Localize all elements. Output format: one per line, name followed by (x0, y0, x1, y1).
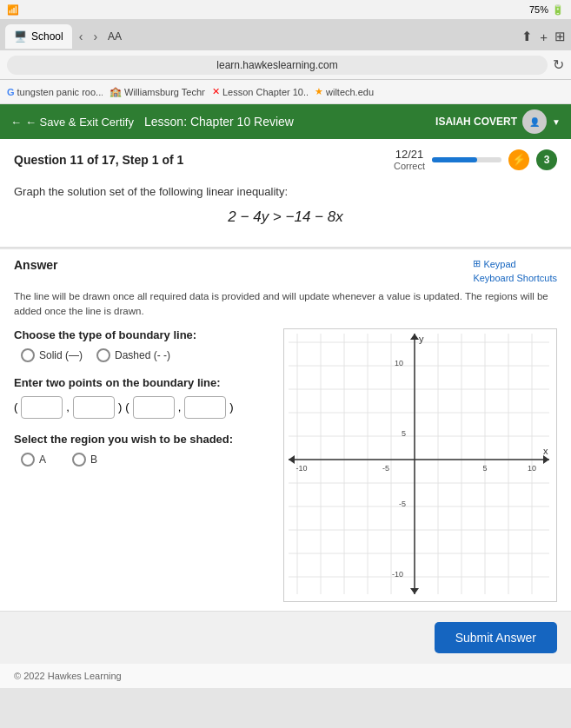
y-label-neg10: -10 (392, 570, 403, 579)
bookmark-2-icon: 🏫 (110, 86, 122, 97)
user-dropdown-arrow[interactable]: ▼ (552, 117, 561, 127)
bookmark-2-label: Williamsburg Techn... (124, 87, 205, 97)
solid-radio[interactable] (21, 348, 35, 362)
save-exit-label: ← Save & Exit Certify (25, 116, 134, 129)
dashed-radio[interactable] (96, 348, 110, 362)
bookmark-4[interactable]: ★ wiltech.edu (315, 86, 374, 97)
graph-container: x y -5 -10 5 10 10 5 -5 -10 (283, 328, 557, 602)
shading-label: Select the region you wish to be shaded: (14, 433, 275, 446)
option-b-radio[interactable] (72, 453, 86, 467)
score-text: 12/21 Correct (394, 148, 425, 171)
tab-forward-button[interactable]: › (90, 28, 101, 45)
option-a[interactable]: A (21, 453, 46, 467)
bookmark-4-label: wiltech.edu (326, 87, 374, 97)
dashed-label: Dashed (- -) (115, 349, 170, 361)
y-label-10: 10 (395, 359, 403, 367)
dashed-option[interactable]: Dashed (- -) (96, 348, 170, 362)
tabs-grid-icon[interactable]: ⊞ (554, 29, 566, 44)
x-label-5: 5 (482, 464, 487, 473)
bookmark-1[interactable]: G tungsten panic roo... (7, 87, 103, 97)
active-tab[interactable]: 🖥️ School (5, 24, 72, 49)
question-text: Graph the solution set of the following … (14, 185, 557, 198)
point1-y-input[interactable] (73, 396, 115, 419)
answer-label: Answer (14, 258, 58, 272)
coin-icon: ⚡ (508, 149, 529, 170)
status-bar: 📶 75% 🔋 (0, 0, 571, 19)
status-left: 📶 (7, 4, 19, 16)
wifi-icon: 📶 (7, 4, 19, 16)
question-body: Graph the solution set of the following … (0, 176, 571, 248)
open-paren-2: ( (125, 400, 129, 414)
svg-rect-0 (284, 329, 554, 599)
tab-back-button[interactable]: ‹ (76, 28, 87, 45)
share-icon[interactable]: ⬆ (521, 29, 533, 44)
answer-section: Answer ⊞ Keypad Keyboard Shortcuts The l… (0, 249, 571, 611)
score-area: 12/21 Correct ⚡ 3 (394, 148, 557, 171)
bookmark-4-icon: ★ (315, 86, 323, 97)
tab-bar: 🖥️ School ‹ › AA ⬆ + ⊞ (0, 19, 571, 50)
back-icon: ← (10, 116, 22, 129)
tab-favicon: 🖥️ (14, 30, 27, 43)
badge-number: 3 (536, 149, 557, 170)
submit-button[interactable]: Submit Answer (435, 622, 557, 653)
shading-row: A B (21, 453, 275, 467)
comma-1: , (66, 400, 70, 414)
tab-title: School (31, 30, 63, 43)
progress-bar-fill (432, 157, 477, 162)
boundary-label: Choose the type of boundary line: (14, 328, 275, 341)
reload-button[interactable]: ↻ (553, 56, 564, 73)
bookmarks-bar: G tungsten panic roo... 🏫 Williamsburg T… (0, 80, 571, 104)
coordinate-graph: x y -5 -10 5 10 10 5 -5 -10 (284, 329, 554, 599)
x-label-neg5: -5 (382, 464, 389, 473)
option-b[interactable]: B (72, 453, 97, 467)
x-label-neg10: -10 (295, 464, 307, 473)
answer-header: Answer ⊞ Keypad Keyboard Shortcuts (14, 258, 557, 284)
answer-left: Choose the type of boundary line: Solid … (14, 328, 275, 602)
battery-text: 75% (529, 4, 548, 15)
question-label: Question 11 of 17, Step 1 of 1 (14, 153, 183, 167)
points-inputs: ( , ) ( , ) (14, 396, 275, 419)
answer-columns: Choose the type of boundary line: Solid … (14, 328, 557, 602)
option-a-radio[interactable] (21, 453, 35, 467)
bookmark-3[interactable]: ✕ Lesson Chapter 10... (212, 86, 308, 97)
battery-icon: 🔋 (552, 4, 564, 16)
top-nav: ← ← Save & Exit Certify Lesson: Chapter … (0, 104, 571, 139)
point2-y-input[interactable] (184, 396, 226, 419)
aa-label[interactable]: AA (108, 30, 122, 43)
add-tab-icon[interactable]: + (540, 30, 548, 44)
keypad-area: ⊞ Keypad Keyboard Shortcuts (473, 258, 557, 284)
option-b-label: B (90, 453, 97, 466)
save-exit-button[interactable]: ← ← Save & Exit Certify (10, 116, 134, 129)
user-name: ISAIAH COVERT (435, 116, 517, 128)
lesson-title: Lesson: Chapter 10 Review (144, 115, 425, 129)
solid-label: Solid (—) (39, 349, 83, 361)
open-paren-1: ( (14, 400, 17, 414)
x-axis-label: x (543, 446, 548, 456)
submit-area: Submit Answer (0, 611, 571, 664)
status-right: 75% 🔋 (529, 4, 564, 16)
point2-x-input[interactable] (133, 396, 175, 419)
keypad-button[interactable]: ⊞ Keypad (473, 258, 515, 269)
bookmark-3-icon: ✕ (212, 86, 220, 97)
user-info: ISAIAH COVERT 👤 ▼ (435, 109, 561, 134)
y-label-neg5: -5 (399, 500, 406, 508)
point1-x-input[interactable] (21, 396, 63, 419)
address-bar: ↻ (0, 50, 571, 80)
bookmark-2[interactable]: 🏫 Williamsburg Techn... (110, 86, 205, 97)
bookmark-1-icon: G (7, 87, 15, 97)
address-input[interactable] (7, 56, 548, 75)
close-paren-1: ) (118, 400, 122, 414)
x-label-10: 10 (528, 464, 536, 473)
graph-area: x y -5 -10 5 10 10 5 -5 -10 (283, 328, 557, 602)
footer: © 2022 Hawkes Learning (0, 664, 571, 688)
score-fraction: 12/21 (394, 148, 425, 161)
bookmark-3-label: Lesson Chapter 10... (222, 87, 308, 97)
option-a-label: A (39, 453, 46, 466)
boundary-radio-row: Solid (—) Dashed (- -) (21, 348, 275, 362)
solid-option[interactable]: Solid (—) (21, 348, 83, 362)
tab-toolbar-right: ⬆ + ⊞ (521, 29, 566, 44)
keyboard-shortcuts-button[interactable]: Keyboard Shortcuts (473, 273, 557, 283)
question-header: Question 11 of 17, Step 1 of 1 12/21 Cor… (0, 139, 571, 176)
copyright-text: © 2022 Hawkes Learning (14, 671, 122, 681)
correct-label: Correct (394, 161, 425, 171)
